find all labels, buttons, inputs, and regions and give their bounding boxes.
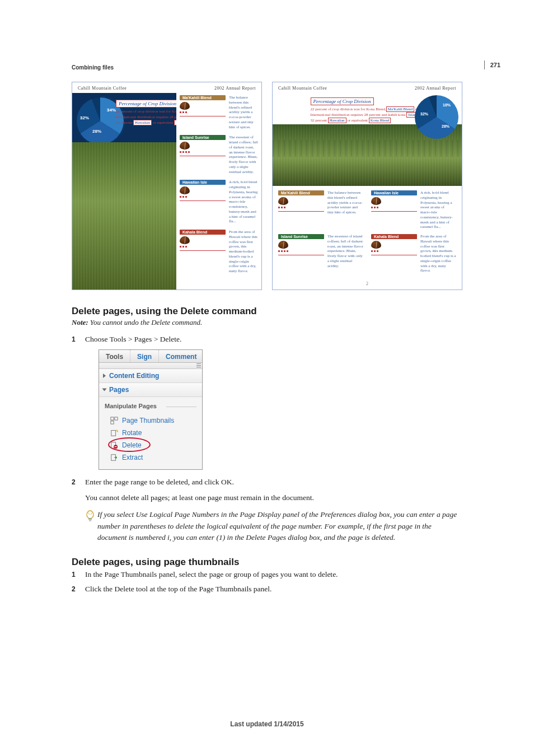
coffee-bean-icon [180,186,190,194]
blend-tag: Kahala Blend [371,234,417,239]
steps-list: In the Page Thumbnails panel, select the… [72,569,462,595]
note-prefix: Note: [72,318,88,326]
svg-point-8 [87,511,93,519]
item-delete[interactable]: Delete [105,439,196,451]
chart-legend: Percentage of Crop Division 22 percent o… [116,97,176,125]
breadcrumb: Combining files [72,64,462,71]
tip-text: If you select Use Logical Page Numbers i… [97,509,462,543]
rating-dots [180,246,226,248]
step-text: Click the Delete tool at the top of the … [85,585,271,593]
delete-icon [110,441,118,449]
svg-rect-3 [111,430,116,436]
rating-dots [180,111,226,113]
blend-card: Ma'Kahili Blend The balance between this… [278,190,363,230]
note-text: Note: You cannot undo the Delete command… [72,318,462,327]
tip-callout: If you select Use Logical Page Numbers i… [72,509,462,543]
step-text: Choose Tools > Pages > Delete. [85,335,181,343]
blend-description: From the area of Hawaii where this coffe… [229,230,258,274]
heading-delete-command: Delete pages, using the Delete command [72,306,462,317]
group-manipulate-pages: Manipulate Pages Page Thumbnails Rotate … [99,397,202,469]
step-item: Click the Delete tool at the top of the … [72,584,462,595]
page-thumbnails-icon [110,417,118,424]
coffee-bean-icon [180,142,190,150]
blend-tag: Island Sunrise [278,234,324,239]
figure-photo-area: 34% 32% 28% Percentage of Crop Division … [72,93,176,290]
lightbulb-icon [85,510,95,524]
figure-portrait: Cahill Mountain Coffee 2002 Annual Repor… [72,82,262,290]
blend-tag: Ma'Kahili Blend [278,190,324,195]
coffee-bean-icon [371,197,381,205]
blend-card: Island Sunrise The sweetest of island co… [180,135,258,174]
group-title: Manipulate Pages [105,402,196,411]
rotate-icon [110,429,118,437]
pie-slice-pct: 32% [420,112,428,116]
row-pages[interactable]: Pages [99,383,202,397]
extract-icon [110,454,118,461]
coffee-bean-icon [278,241,288,249]
blend-tag: Hawaiian Isle [371,190,417,195]
coffee-bean-icon [180,236,190,244]
svg-rect-0 [111,417,114,420]
pie-slice-pct: 10% [443,103,451,107]
figure-page-number: 2 [273,279,462,290]
svg-rect-6 [115,446,117,447]
rating-dots [278,250,324,252]
step-subtext: You cannot delete all pages; at least on… [85,492,462,503]
tab-sign[interactable]: Sign [130,350,159,362]
blend-description: The sweetest of island coffees; full of … [327,234,363,273]
blend-description: The balance between this blend's refined… [229,95,258,129]
blend-description: The balance between this blend's refined… [327,190,363,230]
pie-slice-pct: 32% [80,115,89,120]
rating-dots [371,207,417,208]
page-footer: Last updated 1/14/2015 [0,720,534,728]
coffee-bean-icon [371,241,381,249]
svg-rect-2 [111,421,114,424]
blend-description: A rich, bold blend originating in Polyne… [420,190,456,230]
item-rotate[interactable]: Rotate [105,427,196,439]
panel-tabs: Tools Sign Comment [99,350,202,363]
brand-name: Cahill Mountain Coffee [278,86,327,91]
brand-name: Cahill Mountain Coffee [78,86,127,91]
tab-tools[interactable]: Tools [99,350,130,362]
coffee-bean-icon [278,197,288,205]
step-text: In the Page Thumbnails panel, select the… [85,570,338,578]
row-content-editing[interactable]: Content Editing [99,369,202,383]
step-item: In the Page Thumbnails panel, select the… [72,569,462,580]
pie-chart: 10% 32% 28% [415,95,458,139]
pie-slice-pct: 28% [442,124,449,128]
step-text: Enter the page range to be deleted, and … [85,478,234,486]
rating-dots [180,196,226,198]
blend-description: From the area of Hawaii where this coffe… [420,234,456,273]
report-year: 2002 Annual Report [214,86,256,91]
tab-comment[interactable]: Comment [159,350,203,362]
blend-description: A rich, bold blend originating in Polyne… [229,180,258,224]
pie-slice-pct: 34% [107,108,116,113]
figure-landscape: Cahill Mountain Coffee 2002 Annual Repor… [272,82,462,290]
rating-dots [278,207,324,208]
heading-delete-thumbnails: Delete pages, using page thumbnails [72,557,462,568]
blend-card: Ma'Kahili Blend The balance between this… [180,95,258,129]
panel-options-icon[interactable] [99,363,202,369]
item-page-thumbnails[interactable]: Page Thumbnails [105,414,196,427]
pie-slice-pct: 28% [92,129,101,134]
steps-list: Choose Tools > Pages > Delete. Tools Sig… [72,334,462,503]
figures-row: Cahill Mountain Coffee 2002 Annual Repor… [72,82,462,290]
step-item: Enter the page range to be deleted, and … [72,477,462,504]
figure-titlebar: Cahill Mountain Coffee 2002 Annual Repor… [273,82,462,93]
blend-card: Hawaiian Isle A rich, bold blend origina… [371,190,456,230]
blend-tag: Kahala Blend [180,230,226,235]
blend-card: Kahala Blend From the area of Hawaii whe… [180,230,258,274]
disclosure-triangle-icon [103,374,106,378]
blend-tag: Ma'Kahili Blend [180,95,226,100]
blend-card: Island Sunrise The sweetest of island co… [278,234,363,273]
tools-panel-screenshot: Tools Sign Comment Content Editing Pages [99,349,203,470]
blend-card: Kahala Blend From the area of Hawaii whe… [371,234,456,273]
disclosure-triangle-icon [102,389,107,391]
rating-dots [180,151,226,153]
blend-description: The sweetest of island coffees; full of … [229,135,258,174]
item-extract[interactable]: Extract [105,451,196,464]
rating-dots [371,250,417,252]
blend-card: Hawaiian Isle A rich, bold blend origina… [180,180,258,224]
coffee-bean-icon [180,102,190,110]
step-item: Choose Tools > Pages > Delete. Tools Sig… [72,334,462,470]
